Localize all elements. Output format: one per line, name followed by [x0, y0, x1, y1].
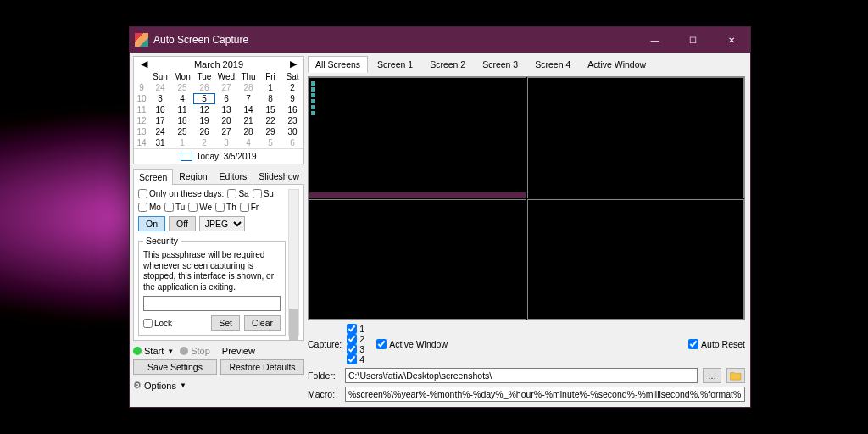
format-select[interactable]: JPEG — [199, 216, 245, 231]
screen-tab-screen-2[interactable]: Screen 2 — [422, 56, 473, 73]
screen-tab-screen-3[interactable]: Screen 3 — [475, 56, 526, 73]
calendar-day[interactable]: 8 — [259, 93, 281, 104]
capture-screen-4[interactable]: 4 — [347, 354, 364, 364]
calendar-day[interactable]: 22 — [259, 115, 281, 126]
calendar-day[interactable]: 17 — [149, 115, 171, 126]
start-dropdown-icon[interactable]: ▼ — [167, 348, 174, 355]
set-button[interactable]: Set — [211, 315, 240, 331]
folder-input[interactable] — [345, 368, 698, 383]
macro-input[interactable] — [345, 387, 745, 402]
calendar-day[interactable]: 27 — [215, 82, 237, 93]
preview-screen-3[interactable] — [309, 199, 526, 320]
calendar-today-label: Today: 3/5/2019 — [196, 152, 256, 161]
off-button[interactable]: Off — [169, 216, 196, 231]
calendar-day[interactable]: 25 — [171, 82, 193, 93]
minimize-button[interactable]: — — [636, 27, 674, 53]
calendar-day[interactable]: 24 — [149, 126, 171, 137]
left-scrollbar[interactable] — [288, 189, 299, 336]
calendar-day[interactable]: 20 — [215, 115, 237, 126]
auto-reset-checkbox[interactable]: Auto Reset — [688, 339, 745, 349]
maximize-button[interactable]: ☐ — [674, 27, 712, 53]
calendar-day[interactable]: 1 — [259, 82, 281, 93]
screen-tab-all-screens[interactable]: All Screens — [308, 56, 368, 73]
open-folder-button[interactable] — [726, 368, 745, 383]
titlebar[interactable]: Auto Screen Capture — ☐ ✕ — [130, 27, 750, 53]
calendar-day[interactable]: 5 — [259, 137, 281, 148]
day-fr[interactable]: Fr — [240, 203, 259, 212]
restore-defaults-button[interactable]: Restore Defaults — [220, 359, 304, 375]
calendar-next-icon[interactable]: ▶ — [287, 58, 300, 70]
calendar-day[interactable]: 3 — [215, 137, 237, 148]
on-button[interactable]: On — [138, 216, 165, 231]
tab-screen[interactable]: Screen — [133, 169, 173, 185]
day-mo[interactable]: Mo — [138, 203, 161, 212]
calendar-day[interactable]: 6 — [281, 137, 303, 148]
capture-active-window[interactable]: Active Window — [376, 339, 448, 349]
calendar-day[interactable]: 3 — [149, 93, 171, 104]
calendar-day[interactable]: 4 — [171, 93, 193, 104]
passphrase-input[interactable] — [143, 296, 281, 311]
calendar-day[interactable]: 11 — [171, 104, 193, 115]
calendar-day[interactable]: 18 — [171, 115, 193, 126]
stop-dot-icon — [180, 347, 188, 355]
capture-screen-1[interactable]: 1 — [347, 324, 364, 334]
screen-tab-active-window[interactable]: Active Window — [580, 56, 654, 73]
screen-tab-screen-4[interactable]: Screen 4 — [527, 56, 578, 73]
lock-checkbox[interactable]: Lock — [143, 319, 172, 328]
calendar-day[interactable]: 26 — [193, 126, 215, 137]
calendar-day[interactable]: 29 — [259, 126, 281, 137]
calendar-day[interactable]: 26 — [193, 82, 215, 93]
options-button[interactable]: Options — [144, 381, 176, 391]
options-dropdown-icon[interactable]: ▼ — [180, 381, 186, 389]
calendar-day[interactable]: 7 — [237, 93, 259, 104]
preview-screen-2[interactable] — [527, 77, 745, 198]
day-sa[interactable]: Sa — [227, 189, 248, 198]
tab-region[interactable]: Region — [173, 168, 213, 184]
calendar-day[interactable]: 19 — [193, 115, 215, 126]
calendar-day[interactable]: 28 — [237, 126, 259, 137]
tab-editors[interactable]: Editors — [214, 168, 253, 184]
calendar-day[interactable]: 24 — [149, 82, 171, 93]
calendar-day[interactable]: 4 — [237, 137, 259, 148]
close-button[interactable]: ✕ — [712, 27, 750, 53]
calendar-day[interactable]: 13 — [215, 104, 237, 115]
only-days-checkbox[interactable]: Only on these days: — [138, 189, 224, 198]
calendar-day[interactable]: 14 — [237, 104, 259, 115]
capture-screen-3[interactable]: 3 — [347, 344, 364, 354]
browse-button[interactable]: … — [703, 368, 721, 383]
calendar-day[interactable]: 2 — [281, 82, 303, 93]
clear-button[interactable]: Clear — [244, 315, 281, 331]
start-button[interactable]: Start — [144, 346, 164, 356]
calendar-day[interactable]: 16 — [281, 104, 303, 115]
calendar-day[interactable]: 30 — [281, 126, 303, 137]
calendar-day[interactable]: 10 — [149, 104, 171, 115]
preview-screen-1[interactable] — [309, 77, 526, 198]
calendar-today-row[interactable]: Today: 3/5/2019 — [134, 148, 303, 164]
capture-screen-2[interactable]: 2 — [347, 334, 364, 344]
stop-button[interactable]: Stop — [191, 346, 210, 356]
calendar-day[interactable]: 6 — [215, 93, 237, 104]
calendar-day[interactable]: 15 — [259, 104, 281, 115]
calendar-day[interactable]: 12 — [193, 104, 215, 115]
screen-tab-screen-1[interactable]: Screen 1 — [370, 56, 420, 73]
calendar-day[interactable]: 1 — [171, 137, 193, 148]
day-tu[interactable]: Tu — [164, 203, 185, 212]
calendar-day[interactable]: 31 — [149, 137, 171, 148]
calendar-day[interactable]: 21 — [237, 115, 259, 126]
day-th[interactable]: Th — [215, 203, 236, 212]
calendar-day[interactable]: 28 — [237, 82, 259, 93]
preview-button[interactable]: Preview — [222, 346, 255, 356]
day-su[interactable]: Su — [253, 189, 274, 198]
calendar-day[interactable]: 23 — [281, 115, 303, 126]
calendar-day[interactable]: 5 — [193, 93, 215, 104]
calendar-prev-icon[interactable]: ◀ — [137, 58, 151, 70]
calendar-day[interactable]: 27 — [215, 126, 237, 137]
calendar-day[interactable]: 25 — [171, 126, 193, 137]
save-settings-button[interactable]: Save Settings — [133, 359, 217, 375]
day-we[interactable]: We — [188, 203, 212, 212]
tab-slideshow[interactable]: Slideshow — [253, 168, 305, 184]
calendar-day[interactable]: 9 — [281, 93, 303, 104]
screen-tabs: All ScreensScreen 1Screen 2Screen 3Scree… — [308, 56, 745, 73]
preview-screen-4[interactable] — [527, 199, 745, 320]
calendar-day[interactable]: 2 — [193, 137, 215, 148]
